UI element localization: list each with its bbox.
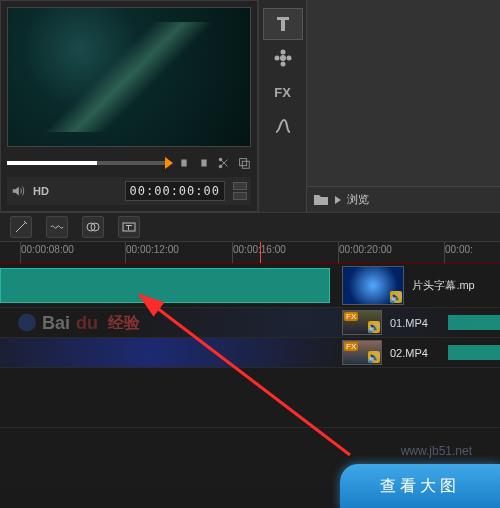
fx-label: FX (274, 85, 291, 100)
ruler-mark: 00:00:08:00 (20, 242, 74, 263)
volume-icon[interactable] (11, 184, 25, 198)
svg-point-6 (280, 62, 285, 67)
timecode-display[interactable]: 00:00:00:00 (125, 181, 225, 201)
clip-bar[interactable] (448, 345, 500, 360)
svg-point-8 (286, 56, 291, 61)
object-tool-button[interactable] (263, 42, 303, 74)
asset-area[interactable] (307, 0, 500, 186)
player-controls: HD 00:00:00:00 (7, 177, 251, 205)
text-tool-button[interactable] (263, 8, 303, 40)
copy-icon[interactable] (237, 156, 251, 170)
svg-point-0 (219, 165, 223, 169)
clip-thumb[interactable]: 🔊 (342, 266, 404, 305)
folder-icon (313, 192, 329, 208)
clip-bar[interactable] (448, 315, 500, 330)
browse-label: 浏览 (347, 192, 369, 207)
svg-point-4 (280, 55, 286, 61)
fx-tool-button[interactable]: FX (263, 76, 303, 108)
timecode-stepper[interactable] (233, 182, 247, 200)
svg-point-1 (219, 158, 223, 162)
tool-sidebar: FX (258, 0, 306, 212)
svg-rect-3 (242, 161, 249, 168)
ruler-mark: 00:00: (444, 242, 473, 263)
preview-panel: HD 00:00:00:00 (0, 0, 258, 212)
clip-label: 02.MP4 (386, 347, 442, 359)
right-panel: 浏览 (306, 0, 500, 212)
wave-icon (49, 219, 65, 235)
cta-label: 查看大图 (380, 476, 460, 497)
track-3[interactable]: FX 🔊 02.MP4 (0, 338, 500, 368)
track-1[interactable]: 🔊 片头字幕.mp (0, 264, 500, 308)
wand-button[interactable] (10, 216, 32, 238)
svg-point-7 (274, 56, 279, 61)
ruler-mark: 00:00:12:00 (125, 242, 179, 263)
speaker-icon: 🔊 (368, 321, 380, 333)
text-icon (273, 14, 293, 34)
timeline-ruler[interactable]: 00:00:08:0000:00:12:0000:00:16:0000:00:2… (0, 242, 500, 264)
clip-label: 01.MP4 (386, 317, 442, 329)
page-watermark: www.jb51.net (401, 444, 472, 458)
fx-badge: FX (344, 312, 358, 321)
path-tool-button[interactable] (263, 110, 303, 142)
svg-point-5 (280, 50, 285, 55)
flower-icon (273, 48, 293, 68)
browse-bar[interactable]: 浏览 (307, 186, 500, 212)
path-icon (273, 116, 293, 136)
track-2[interactable]: Baidu经验 FX 🔊 01.MP4 (0, 308, 500, 338)
title-card-button[interactable] (118, 216, 140, 238)
titlecard-icon (121, 219, 137, 235)
view-large-button[interactable]: 查看大图 (340, 464, 500, 508)
wand-icon (13, 219, 29, 235)
speaker-icon: 🔊 (390, 291, 402, 303)
circles-icon (85, 219, 101, 235)
clip-thumb[interactable]: FX 🔊 (342, 340, 382, 365)
track-empty[interactable] (0, 368, 500, 428)
cut-icon[interactable] (217, 156, 231, 170)
audio-mix-button[interactable] (46, 216, 68, 238)
hd-label: HD (33, 185, 49, 197)
scrub-slider[interactable] (7, 161, 171, 165)
scrub-row (7, 153, 251, 173)
fx-badge: FX (344, 342, 358, 351)
preview-viewport[interactable] (7, 7, 251, 147)
mark-in-icon[interactable] (177, 156, 191, 170)
svg-rect-2 (240, 159, 247, 166)
speaker-icon: 🔊 (368, 351, 380, 363)
transition-button[interactable] (82, 216, 104, 238)
top-area: HD 00:00:00:00 FX 浏览 (0, 0, 500, 212)
clip-bar[interactable] (0, 268, 330, 303)
clip-thumb[interactable]: FX 🔊 (342, 310, 382, 335)
clip-label: 片头字幕.mp (408, 278, 500, 293)
mark-out-icon[interactable] (197, 156, 211, 170)
dropdown-icon (335, 196, 341, 204)
ruler-mark: 00:00:20:00 (338, 242, 392, 263)
ruler-mark: 00:00:16:00 (232, 242, 286, 263)
timeline-toolbar (0, 212, 500, 242)
